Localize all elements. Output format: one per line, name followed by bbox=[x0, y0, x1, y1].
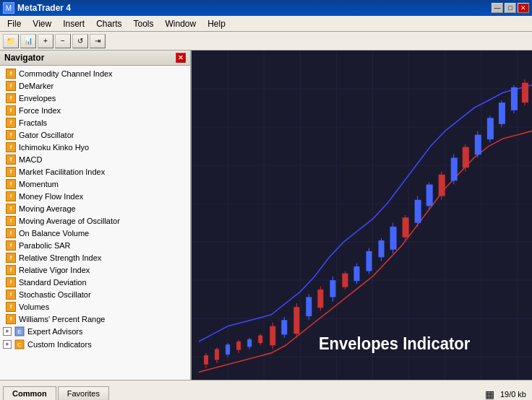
indicator-gator-oscillator[interactable]: f Gator Oscillator bbox=[0, 129, 190, 141]
indicator-icon-3: f bbox=[6, 93, 16, 103]
indicator-ichimoku[interactable]: f Ichimoku Kinko Hyo bbox=[0, 141, 190, 153]
indicator-commodity-channel-index[interactable]: f Commodity Channel Index bbox=[0, 67, 190, 79]
section-custom-indicators[interactable]: + C Custom Indicators bbox=[0, 338, 190, 351]
maximize-button[interactable]: □ bbox=[505, 3, 516, 13]
indicator-icon-14: f bbox=[6, 228, 16, 238]
svg-rect-33 bbox=[258, 335, 262, 343]
menu-insert[interactable]: Insert bbox=[57, 17, 90, 30]
indicator-standard-deviation[interactable]: f Standard Deviation bbox=[0, 276, 190, 288]
indicator-market-facilitation[interactable]: f Market Facilitation Index bbox=[0, 165, 190, 178]
indicator-icon-21: f bbox=[6, 314, 16, 324]
section-expert-advisors[interactable]: + E Expert Advisors bbox=[0, 325, 190, 338]
file-size-label: 19/0 kb bbox=[500, 390, 526, 399]
svg-rect-61 bbox=[426, 185, 433, 206]
expert-advisors-icon: E bbox=[14, 326, 25, 336]
indicator-volumes[interactable]: f Volumes bbox=[0, 300, 190, 313]
svg-rect-71 bbox=[487, 118, 494, 139]
menu-view[interactable]: View bbox=[27, 17, 57, 30]
status-bar: ▦ 19/0 kb bbox=[485, 388, 529, 400]
indicator-icon-9: f bbox=[6, 167, 16, 177]
navigator-close-button[interactable]: ✕ bbox=[176, 53, 186, 63]
indicator-macd[interactable]: f MACD bbox=[0, 153, 190, 165]
svg-rect-49 bbox=[353, 266, 359, 281]
svg-rect-35 bbox=[270, 326, 275, 346]
indicator-label-2: DeMarker bbox=[19, 82, 53, 90]
indicator-label-8: MACD bbox=[19, 155, 42, 164]
indicator-moving-average-oscillator[interactable]: f Moving Average of Oscillator bbox=[0, 214, 190, 227]
navigator-title: Navigator bbox=[4, 53, 44, 63]
tab-favorites[interactable]: Favorites bbox=[58, 386, 109, 400]
indicator-label-7: Ichimoku Kinko Hyo bbox=[19, 143, 89, 152]
indicator-stochastic[interactable]: f Stochastic Oscillator bbox=[0, 288, 190, 300]
custom-indicators-icon: C bbox=[14, 339, 25, 349]
indicator-relative-strength[interactable]: f Relative Strength Index bbox=[0, 251, 190, 264]
svg-rect-4 bbox=[192, 51, 532, 380]
indicator-label-19: Stochastic Oscillator bbox=[19, 290, 91, 299]
toolbar-btn-2[interactable]: 📊 bbox=[20, 34, 36, 48]
indicator-icon-4: f bbox=[6, 105, 16, 116]
indicator-label-1: Commodity Channel Index bbox=[19, 69, 113, 78]
app-icon: M bbox=[3, 2, 14, 14]
close-button[interactable]: ✕ bbox=[518, 3, 529, 13]
menu-tools[interactable]: Tools bbox=[128, 17, 160, 30]
window-controls: — □ ✕ bbox=[492, 3, 529, 13]
indicator-label-13: Moving Average of Oscillator bbox=[19, 217, 120, 225]
minimize-button[interactable]: — bbox=[492, 3, 503, 13]
indicator-moving-average[interactable]: f Moving Average bbox=[0, 202, 190, 214]
indicator-icon-20: f bbox=[6, 302, 16, 312]
chart-canvas: Envelopes Indicator bbox=[192, 51, 532, 380]
toolbar-btn-3[interactable]: + bbox=[38, 34, 53, 48]
main-content: Navigator ✕ f Commodity Channel Index f … bbox=[0, 51, 532, 380]
indicator-icon-17: f bbox=[6, 265, 16, 275]
toolbar-btn-5[interactable]: ↺ bbox=[72, 34, 88, 48]
indicator-demarker[interactable]: f DeMarker bbox=[0, 79, 190, 92]
navigator-tree[interactable]: f Commodity Channel Index f DeMarker f E… bbox=[0, 66, 190, 380]
menu-window[interactable]: Window bbox=[160, 17, 202, 30]
toolbar-btn-6[interactable]: ⇥ bbox=[90, 34, 106, 48]
menu-charts[interactable]: Charts bbox=[90, 17, 127, 30]
indicator-williams[interactable]: f Williams' Percent Range bbox=[0, 313, 190, 325]
indicator-label-12: Moving Average bbox=[19, 204, 76, 213]
menu-bar: File View Insert Charts Tools Window Hel… bbox=[0, 16, 532, 32]
indicator-icon-2: f bbox=[6, 81, 16, 91]
menu-help[interactable]: Help bbox=[202, 17, 231, 30]
indicator-label-15: Parabolic SAR bbox=[19, 241, 71, 250]
toolbar: 📁 📊 + − ↺ ⇥ bbox=[0, 32, 532, 51]
toolbar-btn-1[interactable]: 📁 bbox=[3, 34, 19, 48]
indicator-money-flow[interactable]: f Money Flow Index bbox=[0, 190, 190, 202]
indicator-momentum[interactable]: f Momentum bbox=[0, 178, 190, 190]
indicator-label-9: Market Facilitation Index bbox=[19, 168, 105, 176]
chart-bar-icon: ▦ bbox=[485, 388, 494, 400]
indicator-label-5: Fractals bbox=[19, 118, 47, 127]
file-size: 19/0 kb bbox=[500, 390, 526, 399]
tab-common[interactable]: Common bbox=[3, 386, 56, 400]
svg-text:E: E bbox=[17, 329, 21, 335]
svg-rect-51 bbox=[366, 251, 372, 271]
indicator-parabolic-sar[interactable]: f Parabolic SAR bbox=[0, 239, 190, 251]
indicator-fractals[interactable]: f Fractals bbox=[0, 116, 190, 129]
indicator-icon-19: f bbox=[6, 290, 16, 300]
svg-rect-57 bbox=[403, 217, 409, 238]
menu-file[interactable]: File bbox=[1, 17, 27, 30]
svg-rect-27 bbox=[226, 344, 230, 355]
indicator-label-20: Volumes bbox=[19, 303, 49, 311]
svg-rect-25 bbox=[215, 349, 219, 360]
svg-rect-69 bbox=[475, 135, 481, 155]
svg-text:Envelopes Indicator: Envelopes Indicator bbox=[319, 334, 471, 353]
indicator-on-balance-volume[interactable]: f On Balance Volume bbox=[0, 227, 190, 239]
navigator-panel: Navigator ✕ f Commodity Channel Index f … bbox=[0, 51, 192, 380]
indicator-label-21: Williams' Percent Range bbox=[19, 315, 105, 323]
indicator-envelopes[interactable]: f Envelopes bbox=[0, 92, 190, 104]
svg-rect-45 bbox=[330, 280, 335, 297]
svg-rect-23 bbox=[204, 355, 208, 365]
navigator-header: Navigator ✕ bbox=[0, 51, 190, 66]
svg-rect-39 bbox=[293, 307, 299, 334]
toolbar-btn-4[interactable]: − bbox=[55, 34, 71, 48]
indicator-relative-vigor[interactable]: f Relative Vigor Index bbox=[0, 264, 190, 276]
title-bar: M MetaTrader 4 — □ ✕ bbox=[0, 0, 532, 16]
indicator-label-17: Relative Vigor Index bbox=[19, 266, 90, 274]
indicator-force-index[interactable]: f Force Index bbox=[0, 104, 190, 116]
chart-type-icon: ▦ bbox=[485, 388, 494, 400]
expand-custom-icon: + bbox=[3, 340, 12, 349]
chart-area[interactable]: Envelopes Indicator bbox=[192, 51, 532, 380]
